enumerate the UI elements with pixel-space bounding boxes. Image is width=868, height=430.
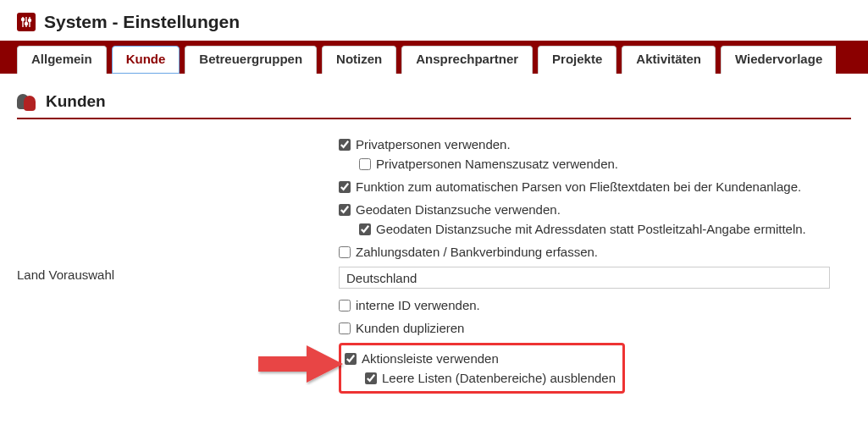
tab-projekte[interactable]: Projekte [538, 46, 616, 74]
tab-notizen[interactable]: Notizen [322, 46, 396, 74]
label-zahlungsdaten: Zahlungsdaten / Bankverbindung erfassen. [356, 245, 598, 259]
label-kunden-duplizieren: Kunden duplizieren [356, 321, 464, 335]
label-leere-listen: Leere Listen (Datenbereiche) ausblenden [382, 371, 616, 385]
svg-point-5 [29, 19, 31, 22]
customers-icon [17, 92, 36, 111]
tab-allgemein[interactable]: Allgemein [17, 46, 107, 74]
tab-ansprechpartner[interactable]: Ansprechpartner [401, 46, 533, 74]
tab-aktivitaeten[interactable]: Aktivitäten [622, 46, 716, 74]
checkbox-interne-id[interactable] [339, 300, 351, 311]
checkbox-privatpersonen[interactable] [339, 139, 351, 151]
page-header: System - Einstellungen [0, 0, 868, 41]
checkbox-leere-listen[interactable] [365, 372, 377, 384]
label-land-vorauswahl: Land Vorauswahl [17, 265, 339, 282]
tab-wiedervorlage[interactable]: Wiedervorlage [721, 46, 836, 74]
label-geodaten-distanz: Geodaten Distanzsuche verwenden. [356, 202, 561, 217]
tab-bar: Allgemein Kunde Betreuergruppen Notizen … [0, 41, 868, 74]
checkbox-auto-parse[interactable] [339, 181, 351, 193]
checkbox-aktionsleiste[interactable] [345, 353, 357, 365]
section-header: Kunden [17, 92, 851, 119]
tab-betreuergruppen[interactable]: Betreuergruppen [185, 46, 317, 74]
page-title: System - Einstellungen [44, 12, 240, 32]
label-geodaten-adressdaten: Geodaten Distanzsuche mit Adressdaten st… [376, 222, 806, 236]
checkbox-kunden-duplizieren[interactable] [339, 322, 351, 334]
svg-point-4 [25, 23, 28, 25]
checkbox-zahlungsdaten[interactable] [339, 246, 351, 258]
settings-icon [17, 13, 36, 31]
checkbox-privatpersonen-namenszusatz[interactable] [359, 158, 371, 170]
highlight-box: Aktionsleiste verwenden Leere Listen (Da… [339, 343, 625, 394]
label-interne-id: interne ID verwenden. [356, 298, 480, 312]
select-land-vorauswahl[interactable]: Deutschland [339, 267, 830, 289]
label-auto-parse: Funktion zum automatischen Parsen von Fl… [356, 179, 801, 194]
checkbox-geodaten-adressdaten[interactable] [359, 223, 371, 235]
section-title: Kunden [46, 92, 106, 111]
svg-point-3 [22, 19, 25, 21]
tab-kunde[interactable]: Kunde [112, 46, 180, 74]
label-privatpersonen-namenszusatz: Privatpersonen Namenszusatz verwenden. [376, 157, 618, 171]
checkbox-geodaten-distanz[interactable] [339, 204, 351, 216]
label-privatpersonen: Privatpersonen verwenden. [356, 137, 511, 152]
label-aktionsleiste: Aktionsleiste verwenden [362, 351, 499, 366]
select-land-value: Deutschland [346, 271, 417, 285]
